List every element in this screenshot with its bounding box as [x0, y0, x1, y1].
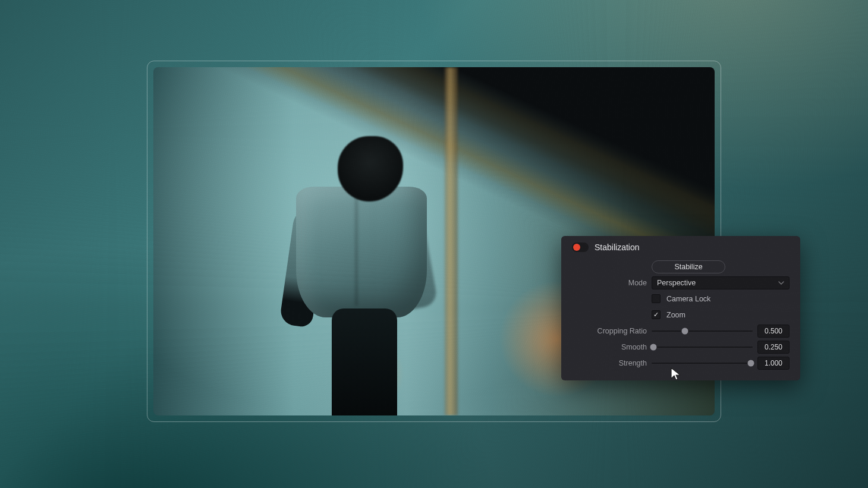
stabilization-toggle[interactable] — [572, 243, 589, 252]
smooth-slider[interactable] — [652, 347, 753, 348]
stabilize-button[interactable]: Stabilize — [652, 260, 725, 273]
slider-knob-icon — [747, 360, 754, 366]
strength-value[interactable]: 1.000 — [757, 357, 790, 370]
chevron-down-icon — [778, 280, 784, 286]
smooth-label: Smooth — [590, 343, 647, 351]
smooth-value[interactable]: 0.250 — [757, 341, 790, 354]
video-subject-figure — [284, 136, 427, 415]
mode-value: Perspective — [657, 279, 696, 287]
cropping-ratio-value[interactable]: 0.500 — [757, 325, 790, 338]
zoom-checkbox[interactable] — [652, 310, 661, 319]
slider-knob-icon — [650, 344, 657, 350]
cropping-ratio-slider[interactable] — [652, 330, 753, 332]
stabilization-panel: Stabilization Stabilize Mode Perspective… — [561, 236, 800, 380]
strength-label: Strength — [590, 359, 647, 367]
camera-lock-label: Camera Lock — [666, 295, 710, 303]
mode-select[interactable]: Perspective — [652, 276, 790, 289]
zoom-label: Zoom — [666, 311, 685, 319]
toggle-knob-icon — [573, 244, 580, 251]
mode-label: Mode — [590, 279, 647, 287]
strength-slider[interactable] — [652, 363, 753, 364]
cropping-ratio-label: Cropping Ratio — [590, 327, 647, 335]
panel-title: Stabilization — [595, 243, 640, 252]
camera-lock-checkbox[interactable] — [652, 294, 661, 303]
slider-knob-icon — [682, 328, 688, 334]
